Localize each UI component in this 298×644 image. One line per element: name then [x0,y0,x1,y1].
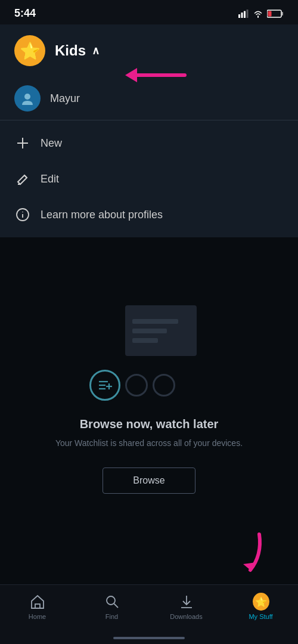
svg-rect-1 [241,13,243,18]
downloads-nav-label: Downloads [170,613,202,620]
svg-rect-3 [247,10,249,18]
my-stuff-avatar-icon: ⭐ [253,593,269,610]
my-stuff-annotation-arrow [226,531,268,581]
browse-button[interactable]: Browse [103,467,195,494]
edit-icon [14,171,31,187]
signal-icon [238,10,249,18]
learn-more-label: Learn more about profiles [41,209,163,221]
home-icon [29,593,46,610]
search-icon [104,593,120,610]
battery-icon [267,10,284,18]
svg-point-22 [107,596,115,605]
status-time: 5:44 [14,7,36,20]
watchlist-illustration [89,305,209,401]
add-to-watchlist-icon [89,370,120,401]
svg-rect-2 [244,11,246,18]
profile-dropdown: ⭐ Kids ∧ Mayur [0,24,298,237]
kids-profile-name: Kids [55,42,86,59]
svg-point-15 [22,212,23,213]
kids-avatar: ⭐ [14,35,45,66]
thumb-line-1 [132,319,178,324]
watchlist-icon-group [89,370,175,401]
my-stuff-kids-avatar: ⭐ [253,593,269,611]
svg-rect-21 [35,604,40,608]
main-content: Browse now, watch later Your Watchlist i… [0,215,298,584]
home-nav-label: Home [29,613,46,620]
svg-rect-0 [238,14,240,18]
circle-icon-2 [153,374,175,397]
svg-line-23 [114,604,118,608]
active-profile-kids[interactable]: ⭐ Kids ∧ [0,24,298,77]
mayur-profile-row[interactable]: Mayur [0,77,298,120]
thumb-line-3 [132,338,158,343]
watchlist-subtitle: Your Watchlist is shared across all of y… [55,437,243,450]
nav-downloads[interactable]: Downloads [149,591,224,620]
circle-icon-1 [125,374,148,397]
svg-rect-5 [282,12,284,16]
nav-my-stuff[interactable]: ⭐ My Stuff [224,591,298,620]
status-icons [238,10,284,18]
svg-rect-6 [268,11,272,16]
watchlist-title: Browse now, watch later [80,417,219,431]
new-label: New [41,137,62,150]
home-indicator [113,637,185,639]
my-stuff-nav-label: My Stuff [249,613,272,620]
find-nav-label: Find [105,613,118,620]
info-icon [14,206,31,223]
edit-label: Edit [41,173,59,185]
learn-more-item[interactable]: Learn more about profiles [0,197,298,233]
mayur-avatar [14,85,41,112]
download-icon [178,593,195,610]
chevron-up-icon: ∧ [92,44,100,57]
bottom-nav: Home Find Downloads ⭐ My Stuff [0,584,298,644]
new-profile-item[interactable]: New [0,125,298,161]
thumb-line-2 [132,329,167,333]
menu-items: New Edit Learn more about [0,120,298,237]
wifi-icon [253,10,263,18]
svg-point-9 [24,94,30,100]
plus-icon [14,135,31,151]
status-bar: 5:44 [0,0,298,24]
edit-profile-item[interactable]: Edit [0,161,298,197]
thumbnail-placeholder [125,305,197,356]
nav-find[interactable]: Find [74,591,149,620]
nav-home[interactable]: Home [0,591,74,620]
mayur-profile-name: Mayur [50,92,80,105]
